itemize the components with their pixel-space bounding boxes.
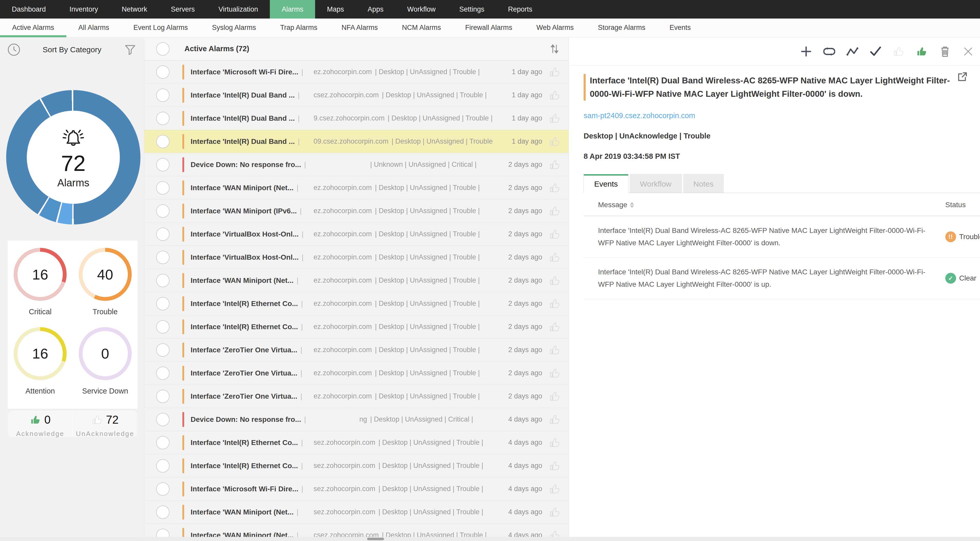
alarm-message[interactable]: Interface 'WAN Miniport (Net...	[191, 508, 293, 516]
alarm-message[interactable]: Interface 'WAN Miniport (Net...	[191, 276, 293, 285]
alarm-row[interactable]: Interface 'Intel(R) Dual Band ... | 9.cs…	[144, 107, 568, 130]
top-nav-item[interactable]: Alarms	[270, 0, 315, 19]
alarm-message[interactable]: Interface 'Intel(R) Ethernet Co...	[191, 300, 298, 308]
close-icon[interactable]	[962, 46, 974, 57]
thumbs-up-icon[interactable]	[549, 159, 561, 171]
thumbs-up-icon[interactable]	[549, 413, 561, 425]
row-checkbox[interactable]	[156, 436, 170, 449]
alarm-row[interactable]: Interface 'VirtualBox Host-Onl... | ez.z…	[144, 223, 568, 246]
top-nav-item[interactable]: Virtualization	[207, 0, 270, 19]
message-column-header[interactable]: Message	[598, 201, 945, 209]
thumbs-up-icon[interactable]	[549, 112, 561, 124]
row-checkbox[interactable]	[156, 65, 170, 79]
alarm-tab[interactable]: Events	[657, 19, 703, 37]
alarm-message[interactable]: Interface 'Intel(R) Dual Band ...	[191, 91, 295, 99]
alarm-message[interactable]: Interface 'Microsoft Wi-Fi Dire...	[191, 68, 298, 76]
alarm-tab[interactable]: Firewall Alarms	[453, 19, 524, 37]
alarm-row[interactable]: Interface 'VirtualBox Host-Onl... | ez.z…	[144, 246, 568, 269]
detail-tab[interactable]: Notes	[683, 174, 724, 193]
alarm-row[interactable]: Interface 'Microsoft Wi-Fi Dire... | sez…	[144, 477, 568, 501]
thumbs-up-icon[interactable]	[549, 483, 561, 495]
check-icon[interactable]	[870, 46, 881, 57]
thumbs-up-icon[interactable]	[549, 506, 561, 518]
thumbs-up-icon[interactable]	[549, 89, 561, 101]
detail-tab[interactable]: Events	[584, 174, 628, 193]
alarm-tab[interactable]: Trap Alarms	[268, 19, 329, 37]
row-checkbox[interactable]	[156, 343, 170, 357]
row-checkbox[interactable]	[156, 367, 170, 380]
alarm-message[interactable]: Interface 'VirtualBox Host-Onl...	[191, 230, 299, 238]
top-nav-item[interactable]: Dashboard	[0, 0, 57, 19]
alarm-row[interactable]: Interface 'Intel(R) Ethernet Co... | sez…	[144, 454, 568, 477]
device-link[interactable]: sam-pt2409.csez.zohocorpin.com	[584, 112, 695, 120]
severity-donut[interactable]: 16 Critical	[8, 248, 73, 327]
detail-tab[interactable]: Workflow	[630, 174, 682, 193]
alarm-message[interactable]: Interface 'WAN Miniport (IPv6...	[191, 207, 297, 215]
alarm-row[interactable]: Interface 'Intel(R) Ethernet Co... | ez.…	[144, 315, 568, 338]
severity-donut[interactable]: 0 Service Down	[73, 327, 138, 406]
top-nav-item[interactable]: Maps	[315, 0, 356, 19]
thumbs-up-icon[interactable]	[549, 251, 561, 263]
row-checkbox[interactable]	[156, 135, 170, 148]
alarm-message[interactable]: Interface 'Intel(R) Dual Band ...	[191, 137, 295, 146]
thumbs-up-icon[interactable]	[549, 367, 561, 379]
top-nav-item[interactable]: Servers	[159, 0, 207, 19]
row-checkbox[interactable]	[156, 320, 170, 334]
alarm-row[interactable]: Interface 'ZeroTier One Virtua... | ez.z…	[144, 362, 568, 385]
history-clock-icon[interactable]	[7, 43, 21, 57]
alarm-tab[interactable]: All Alarms	[66, 19, 121, 37]
alarm-message[interactable]: Interface 'ZeroTier One Virtua...	[191, 369, 298, 377]
alarm-message[interactable]: Interface 'VirtualBox Host-Onl...	[191, 253, 299, 262]
thumbs-up-icon[interactable]	[549, 205, 561, 217]
alarm-message[interactable]: Interface 'WAN Miniport (Net...	[191, 184, 293, 192]
row-checkbox[interactable]	[156, 228, 170, 241]
thumbs-up-icon[interactable]	[549, 274, 561, 286]
open-external-icon[interactable]	[956, 71, 968, 83]
alarm-tab[interactable]: Event Log Alarms	[121, 19, 200, 37]
alarm-row[interactable]: Interface 'WAN Miniport (Net... | ez.zoh…	[144, 269, 568, 292]
alarm-row[interactable]: Interface 'WAN Miniport (Net... | sez.zo…	[144, 501, 568, 524]
severity-donut[interactable]: 16 Attention	[8, 327, 73, 406]
event-row[interactable]: Interface 'Intel(R) Dual Band Wireless-A…	[584, 216, 980, 258]
alarm-message[interactable]: Device Down: No response fro...	[191, 415, 301, 424]
alarm-tab[interactable]: NFA Alarms	[329, 19, 390, 37]
thumbs-up-icon[interactable]	[549, 298, 561, 310]
top-nav-item[interactable]: Workflow	[395, 0, 447, 19]
alarm-row[interactable]: Interface 'Microsoft Wi-Fi Dire... | ez.…	[144, 61, 568, 84]
alarm-row[interactable]: Interface 'Intel(R) Ethernet Co... | ez.…	[144, 292, 568, 315]
thumbs-up-icon[interactable]	[549, 228, 561, 240]
alarm-row[interactable]: Interface 'Intel(R) Dual Band ... | 09.c…	[144, 130, 568, 153]
alarm-message[interactable]: Interface 'Intel(R) Ethernet Co...	[191, 439, 298, 447]
row-checkbox[interactable]	[156, 89, 170, 102]
alarm-row[interactable]: Interface 'Intel(R) Ethernet Co... | sez…	[144, 431, 568, 454]
severity-donut[interactable]: 40 Trouble	[73, 248, 138, 327]
alarm-row[interactable]: Interface 'WAN Miniport (IPv6... | ez.zo…	[144, 199, 568, 223]
alarm-row[interactable]: Interface 'ZeroTier One Virtua... | ez.z…	[144, 338, 568, 362]
alarms-by-category-donut[interactable]: 72 Alarms	[6, 90, 140, 224]
alarm-message[interactable]: Interface 'Intel(R) Ethernet Co...	[191, 462, 298, 470]
alarm-row[interactable]: Interface 'ZeroTier One Virtua... | ez.z…	[144, 385, 568, 408]
add-icon[interactable]	[800, 46, 812, 57]
top-nav-item[interactable]: Network	[110, 0, 159, 19]
thumbs-up-icon[interactable]	[549, 344, 561, 356]
thumbs-up-icon[interactable]	[549, 391, 561, 402]
row-checkbox[interactable]	[156, 389, 170, 403]
link-loop-icon[interactable]	[823, 46, 835, 57]
row-checkbox[interactable]	[156, 274, 170, 287]
sort-order-icon[interactable]	[549, 43, 560, 54]
thumbs-up-icon[interactable]	[549, 437, 561, 448]
row-checkbox[interactable]	[156, 181, 170, 195]
unacknowledge-thumb-green-icon[interactable]	[916, 46, 928, 57]
alarm-message[interactable]: Interface 'ZeroTier One Virtua...	[191, 346, 298, 354]
thumbs-up-icon[interactable]	[549, 182, 561, 194]
alarm-row[interactable]: Device Down: No response fro... | | Unkn…	[144, 153, 568, 176]
acknowledge-filter[interactable]: 0 Acknowledge	[8, 411, 73, 437]
horizontal-scrollbar-thumb[interactable]	[367, 538, 384, 540]
alarm-tab[interactable]: Syslog Alarms	[200, 19, 268, 37]
alarm-message[interactable]: Interface 'Intel(R) Dual Band ...	[191, 114, 295, 123]
top-nav-item[interactable]: Settings	[447, 0, 496, 19]
acknowledge-thumb-icon[interactable]	[893, 46, 905, 57]
alarm-message[interactable]: Interface 'Intel(R) Ethernet Co...	[191, 323, 298, 331]
row-checkbox[interactable]	[156, 506, 170, 519]
thumbs-up-icon[interactable]	[549, 66, 561, 78]
